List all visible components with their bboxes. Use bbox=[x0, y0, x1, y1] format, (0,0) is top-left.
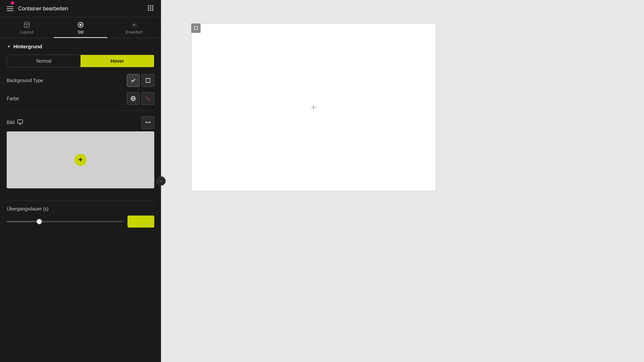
chevron-down-icon: ▼ bbox=[7, 44, 11, 49]
hintergrund-header[interactable]: ▼ Hintergrund bbox=[7, 44, 154, 49]
background-type-controls bbox=[127, 74, 154, 87]
bild-expand-button[interactable] bbox=[142, 116, 154, 129]
transition-number-field[interactable] bbox=[127, 219, 154, 225]
svg-rect-7 bbox=[150, 9, 151, 11]
sidebar-header: Container bearbeiten bbox=[0, 0, 161, 17]
tab-stil[interactable]: Stil bbox=[54, 17, 107, 38]
hintergrund-section: ▼ Hintergrund Normal Hover Background Ty… bbox=[0, 38, 161, 200]
svg-rect-1 bbox=[150, 5, 151, 6]
slider-fill bbox=[7, 221, 39, 222]
svg-rect-4 bbox=[150, 7, 151, 9]
farbe-slash-button[interactable] bbox=[142, 92, 154, 105]
tab-layout[interactable]: Layout bbox=[0, 17, 54, 38]
image-upload-area[interactable]: + bbox=[7, 131, 154, 188]
svg-point-13 bbox=[80, 24, 82, 26]
slider-thumb[interactable] bbox=[37, 219, 42, 224]
normal-hover-toggle: Normal Hover bbox=[7, 55, 154, 67]
farbe-globe-button[interactable] bbox=[127, 92, 140, 105]
svg-rect-24 bbox=[194, 26, 197, 29]
sidebar-content: ▼ Hintergrund Normal Hover Background Ty… bbox=[0, 38, 161, 362]
farbe-row: Farbe bbox=[7, 92, 154, 105]
sidebar: Container bearbeiten Layout Stil bbox=[0, 0, 161, 362]
toggle-hover-button[interactable]: Hover bbox=[80, 55, 154, 67]
farbe-label: Farbe bbox=[7, 96, 19, 101]
svg-rect-3 bbox=[148, 7, 149, 9]
tab-bar: Layout Stil Erweitert bbox=[0, 17, 161, 38]
bild-label: Bild bbox=[7, 120, 14, 125]
main-canvas: + bbox=[161, 0, 644, 362]
svg-rect-6 bbox=[148, 9, 149, 11]
tab-erweitert-label: Erweitert bbox=[125, 29, 143, 35]
notification-dot bbox=[11, 1, 14, 5]
hintergrund-label: Hintergrund bbox=[13, 44, 42, 49]
svg-rect-8 bbox=[152, 9, 154, 11]
svg-rect-20 bbox=[18, 120, 23, 123]
header-left: Container bearbeiten bbox=[7, 6, 68, 12]
svg-point-14 bbox=[133, 24, 135, 26]
svg-rect-0 bbox=[148, 5, 149, 6]
svg-rect-5 bbox=[152, 7, 154, 9]
transition-label: Übergangsdauer (s) bbox=[7, 206, 154, 212]
farbe-controls bbox=[127, 92, 154, 105]
tab-erweitert[interactable]: Erweitert bbox=[107, 17, 161, 38]
tab-layout-label: Layout bbox=[20, 29, 33, 35]
transition-value-input[interactable]: ▲ ▼ bbox=[127, 216, 154, 228]
background-type-check-button[interactable] bbox=[127, 74, 140, 87]
background-type-square-button[interactable] bbox=[142, 74, 154, 87]
svg-rect-15 bbox=[146, 78, 150, 82]
image-upload-plus-icon: + bbox=[74, 154, 87, 166]
slider-row: ▲ ▼ bbox=[7, 216, 154, 228]
canvas-container: + bbox=[191, 23, 436, 191]
svg-rect-2 bbox=[152, 5, 154, 6]
background-type-row: Background Type bbox=[7, 74, 154, 87]
canvas-handle[interactable] bbox=[191, 23, 201, 33]
collapse-sidebar-button[interactable]: ‹ bbox=[156, 176, 166, 186]
transition-section: Übergangsdauer (s) ▲ ▼ bbox=[0, 201, 161, 233]
background-type-label: Background Type bbox=[7, 78, 43, 83]
tab-stil-label: Stil bbox=[77, 29, 84, 35]
transition-slider[interactable] bbox=[7, 221, 123, 222]
bild-left: Bild bbox=[7, 119, 23, 126]
hamburger-icon[interactable] bbox=[7, 6, 13, 11]
bild-row: Bild bbox=[7, 116, 154, 129]
divider-1 bbox=[7, 110, 154, 111]
page-title: Container bearbeiten bbox=[18, 6, 68, 12]
monitor-icon bbox=[17, 119, 23, 126]
toggle-normal-button[interactable]: Normal bbox=[7, 55, 80, 67]
svg-line-19 bbox=[146, 97, 150, 101]
canvas-add-button[interactable]: + bbox=[311, 102, 316, 113]
grid-icon[interactable] bbox=[147, 4, 154, 13]
